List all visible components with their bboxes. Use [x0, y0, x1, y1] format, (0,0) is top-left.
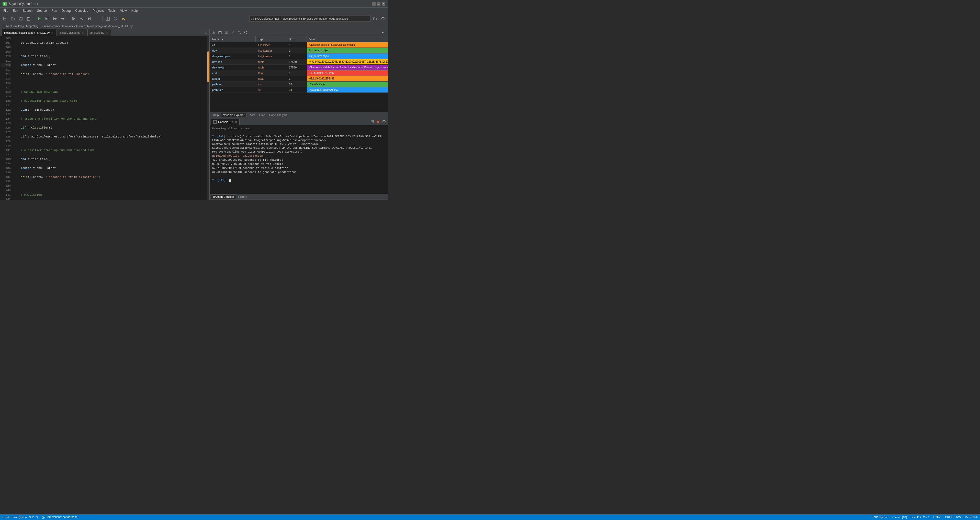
open-file-button[interactable]	[9, 15, 16, 22]
debug-button[interactable]	[70, 15, 77, 22]
interrupt-button[interactable]	[375, 119, 381, 124]
tab-analysis[interactable]: analysis.py ✕	[88, 29, 111, 36]
menu-item-view[interactable]: View	[118, 8, 129, 13]
save-data-button[interactable]	[217, 30, 223, 35]
console-tab-label: Console 1/A	[218, 120, 234, 124]
run-button[interactable]	[35, 15, 43, 22]
python-button[interactable]: Py	[120, 15, 127, 22]
run-cell-button[interactable]	[51, 15, 59, 22]
menu-item-help[interactable]: Help	[129, 8, 140, 13]
console-output-3: 6797.002720117569 seconds to train class…	[212, 166, 385, 170]
svg-text:>_: >_	[214, 121, 216, 123]
svg-rect-43	[377, 120, 379, 123]
tab-variable-explorer[interactable]: Variable Explorer	[221, 113, 247, 117]
refresh-button[interactable]	[379, 15, 387, 22]
menu-bar: FileEditSearchSourceRunDebugConsolesProj…	[0, 8, 388, 14]
tab-salceclasses[interactable]: SalceClasses.py ✕	[57, 29, 87, 36]
browse-button[interactable]	[372, 15, 379, 22]
editor-panel: blockbusta_classification_SALCE.py ✕ Sal…	[0, 29, 210, 200]
step-button[interactable]	[59, 15, 67, 22]
var-row-clf[interactable]: clf Classifier 1 Classifier object of Sa…	[210, 42, 388, 48]
delete-variable-button[interactable]	[230, 30, 236, 35]
run-selection-button[interactable]	[43, 15, 51, 22]
editor-scrollbar-thumb[interactable]	[207, 51, 209, 82]
col-header-size[interactable]: Size	[286, 36, 307, 42]
svg-point-36	[383, 32, 384, 32]
var-value-dev-texts: ('An excellent debut movie for the the d…	[307, 65, 388, 70]
close-button[interactable]: ✕	[382, 2, 385, 6]
var-row-dev[interactable]: dev list_iterator 1 list_iterator object	[210, 48, 388, 53]
var-row-dev-texts[interactable]: dev_texts tuple 17580 ('An excellent deb…	[210, 65, 388, 70]
window-controls[interactable]: ─ □ ✕	[372, 2, 385, 6]
menu-item-edit[interactable]: Edit	[11, 8, 20, 13]
menu-item-source[interactable]: Source	[35, 8, 49, 13]
var-row-pathtest[interactable]: pathtest str 15 ./data/test.csv	[210, 81, 388, 87]
settings-button[interactable]	[112, 15, 119, 22]
tab-plots[interactable]: Plots	[247, 113, 257, 117]
svg-point-32	[238, 31, 240, 33]
console-panel: >_ Console 1/A ✕	[210, 118, 388, 194]
var-name-length: length	[210, 76, 256, 81]
maximize-button[interactable]: □	[377, 2, 380, 6]
svg-marker-9	[38, 17, 41, 20]
col-header-type[interactable]: Type	[256, 36, 286, 42]
menu-item-debug[interactable]: Debug	[60, 8, 73, 13]
tab-options-menu[interactable]: ≡	[204, 30, 208, 36]
new-console-button[interactable]	[370, 119, 375, 124]
toggle-pane-button[interactable]	[104, 15, 111, 22]
tab-help[interactable]: Help	[211, 113, 221, 117]
path-bar: ...SING\Final Project\repo\ling-539-clas…	[0, 23, 388, 29]
new-file-button[interactable]	[1, 15, 8, 22]
tab-close-blockbusta[interactable]: ✕	[51, 31, 53, 35]
code-content[interactable]: to_labels.fit(train_labels) end = time.t…	[12, 36, 207, 200]
menu-item-tools[interactable]: Tools	[107, 8, 118, 13]
step-over-button[interactable]	[78, 15, 85, 22]
tab-close-analysis[interactable]: ✕	[106, 31, 108, 35]
editor-scrollbar[interactable]	[207, 36, 209, 200]
tab-ipython-console[interactable]: IPython Console	[211, 195, 236, 199]
tab-close-salceclasses[interactable]: ✕	[81, 31, 84, 35]
var-row-end[interactable]: end float 1 1714181045.7371497	[210, 70, 388, 76]
search-variable-button[interactable]	[237, 30, 242, 35]
var-row-pathtrain[interactable]: pathtrain str 24 ./data/train_addIMDB.cs…	[210, 87, 388, 93]
save-all-button[interactable]	[25, 15, 32, 22]
save-button[interactable]	[17, 15, 24, 22]
tab-blockbusta[interactable]: blockbusta_classification_SALCE.py ✕	[1, 29, 56, 36]
menu-item-consoles[interactable]: Consoles	[73, 8, 90, 13]
col-header-value[interactable]: Value	[307, 36, 388, 42]
console-info-line: Removing all variables...	[212, 127, 385, 131]
refresh-variables-button[interactable]	[243, 30, 248, 35]
import-data-button[interactable]	[211, 30, 216, 35]
toolbar: Py	[0, 14, 388, 23]
console-tab-1a[interactable]: >_ Console 1/A ✕	[211, 119, 240, 125]
open-in-editor-button[interactable]	[224, 30, 229, 35]
var-name-clf: clf	[210, 42, 256, 48]
menu-item-search[interactable]: Search	[21, 8, 35, 13]
menu-item-run[interactable]: Run	[49, 8, 59, 13]
tab-files[interactable]: Files	[257, 113, 267, 117]
console-input-190: In [190]: runfile('C:/Users/Alex Salce/O…	[212, 135, 385, 154]
path-input[interactable]	[249, 16, 371, 22]
stop-button[interactable]	[94, 15, 101, 22]
var-row-dev-examples[interactable]: dev_examples list_iterator 1 list_iterat…	[210, 53, 388, 59]
tab-history[interactable]: History	[236, 195, 249, 199]
restart-button[interactable]	[382, 119, 387, 124]
tab-code-analysis[interactable]: Code Analysis	[267, 113, 289, 117]
code-editor[interactable]: 106107108109110 111112113114115 11611711…	[0, 36, 209, 200]
console-close-button[interactable]: ✕	[235, 120, 237, 124]
continue-button[interactable]	[86, 15, 93, 22]
minimize-button[interactable]: ─	[372, 2, 375, 6]
variable-table-header: Name ▲ Type Size Value	[210, 36, 388, 42]
var-value-pathtrain: ./data/train_addIMDB.csv	[307, 87, 388, 92]
console-prompt-191[interactable]: In [191]:	[212, 178, 385, 182]
more-options-button[interactable]	[381, 30, 387, 35]
tab-label-blockbusta: blockbusta_classification_SALCE.py	[4, 31, 49, 34]
var-size-clf: 1	[286, 42, 307, 48]
console-tab-controls	[370, 119, 387, 125]
var-name-dev: dev	[210, 48, 256, 53]
var-row-length[interactable]: length float 1 62.624601602255432	[210, 76, 388, 81]
menu-item-projects[interactable]: Projects	[91, 8, 106, 13]
menu-item-file[interactable]: File	[1, 8, 10, 13]
var-row-dev-ids[interactable]: dev_ids tuple 17580 (4728459160322025755…	[210, 59, 388, 65]
col-header-name[interactable]: Name ▲	[210, 36, 256, 42]
